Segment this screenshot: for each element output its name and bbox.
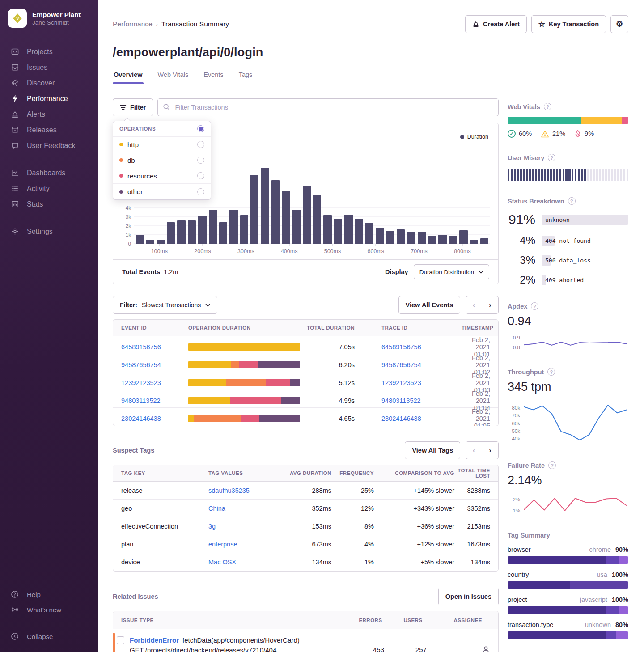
histogram-bar[interactable]	[459, 230, 467, 244]
histogram-bar[interactable]	[386, 231, 394, 244]
histogram-bar[interactable]	[240, 215, 248, 244]
tag-value-link[interactable]: enterprise	[208, 541, 237, 548]
display-select[interactable]: Duration Distribution	[414, 264, 489, 279]
tab-web-vitals[interactable]: Web Vitals	[157, 71, 190, 84]
open-in-issues-button[interactable]: Open in Issues	[438, 588, 499, 605]
tab-events[interactable]: Events	[203, 71, 224, 84]
sidebar-item-help[interactable]: Help	[0, 587, 98, 602]
radio-icon[interactable]	[197, 141, 204, 148]
sidebar-item-dashboards[interactable]: Dashboards	[0, 165, 98, 181]
tags-pager-next-button[interactable]: ›	[482, 441, 499, 459]
operations-dropdown-header[interactable]: OPERATIONS	[113, 121, 211, 137]
histogram-bar[interactable]	[271, 180, 280, 244]
histogram-bar[interactable]	[365, 223, 373, 244]
histogram-bar[interactable]	[303, 186, 311, 244]
help-circle-icon[interactable]: ?	[547, 368, 555, 376]
event-id-link[interactable]: 23024146438	[121, 415, 161, 422]
tags-pager-prev-button[interactable]: ‹	[466, 441, 482, 459]
operation-option-other[interactable]: other	[113, 184, 211, 199]
operation-option-resources[interactable]: resources	[113, 168, 211, 184]
view-all-tags-button[interactable]: View All Tags	[405, 441, 460, 459]
histogram-bar[interactable]	[376, 228, 384, 244]
assignee-user-icon[interactable]	[482, 645, 490, 652]
settings-gear-button[interactable]: ⚙	[610, 15, 628, 33]
help-circle-icon[interactable]: ?	[531, 302, 538, 310]
key-transaction-button[interactable]: ☆ Key Transaction	[531, 15, 606, 33]
create-alert-button[interactable]: Create Alert	[465, 15, 527, 33]
sidebar-item-issues[interactable]: Issues	[0, 59, 98, 75]
issue-checkbox[interactable]	[117, 636, 124, 644]
histogram-bar[interactable]	[136, 235, 144, 244]
issue-type-link[interactable]: ForbiddenError	[130, 636, 179, 644]
event-id-link[interactable]: 94587656754	[121, 361, 161, 368]
histogram-bar[interactable]	[292, 210, 300, 244]
trace-id-link[interactable]: 23024146438	[381, 415, 421, 422]
operation-option-http[interactable]: http	[113, 137, 211, 152]
sidebar-item-releases[interactable]: Releases	[0, 122, 98, 138]
issue-row[interactable]: ForbiddenErrorfetchData(app/components/H…	[113, 629, 498, 652]
radio-icon[interactable]	[197, 172, 204, 179]
sidebar-item-settings[interactable]: Settings	[0, 224, 98, 239]
event-id-link[interactable]: 64589156756	[121, 343, 161, 351]
tag-value-link[interactable]: China	[208, 505, 225, 512]
events-filter-select[interactable]: Filter: Slowest Transactions	[113, 296, 217, 314]
tab-tags[interactable]: Tags	[238, 71, 254, 84]
sidebar-item-what-s-new[interactable]: What's new	[0, 602, 98, 617]
event-id-link[interactable]: 12392123523	[121, 379, 161, 386]
histogram-bar[interactable]	[177, 220, 185, 244]
sidebar-item-projects[interactable]: Projects	[0, 44, 98, 59]
histogram-bar[interactable]	[282, 191, 290, 244]
histogram-bar[interactable]	[209, 210, 217, 244]
event-id-link[interactable]: 94803113522	[121, 397, 161, 404]
histogram-bar[interactable]	[157, 240, 165, 244]
histogram-bar[interactable]	[198, 216, 206, 244]
radio-icon[interactable]	[197, 188, 204, 195]
radio-selected-icon[interactable]	[197, 125, 204, 132]
view-all-events-button[interactable]: View All Events	[398, 296, 460, 314]
histogram-bar[interactable]	[397, 229, 405, 244]
events-pager-next-button[interactable]: ›	[482, 296, 499, 314]
histogram-bar[interactable]	[418, 232, 426, 244]
help-circle-icon[interactable]: ?	[568, 197, 576, 205]
radio-icon[interactable]	[197, 157, 204, 164]
histogram-bar[interactable]	[219, 222, 227, 244]
events-pager-prev-button[interactable]: ‹	[466, 296, 482, 314]
histogram-bar[interactable]	[334, 219, 342, 244]
breadcrumb-performance[interactable]: Performance	[113, 20, 153, 28]
histogram-bar[interactable]	[229, 210, 237, 244]
tab-overview[interactable]: Overview	[113, 71, 144, 84]
histogram-bar[interactable]	[428, 236, 436, 244]
histogram-bar[interactable]	[407, 232, 415, 244]
histogram-bar[interactable]	[480, 238, 488, 244]
sidebar-item-activity[interactable]: Activity	[0, 181, 98, 196]
histogram-bar[interactable]	[167, 222, 175, 244]
org-switcher[interactable]: Empower Plant Jane Schmidt	[0, 9, 98, 28]
histogram-bar[interactable]	[313, 195, 321, 244]
histogram-bar[interactable]	[470, 240, 478, 244]
histogram-bar[interactable]	[250, 175, 258, 244]
histogram-bar[interactable]	[344, 215, 352, 244]
trace-id-link[interactable]: 64589156756	[381, 343, 421, 351]
sidebar-item-performance[interactable]: Performance	[0, 91, 98, 106]
help-circle-icon[interactable]: ?	[548, 461, 556, 469]
sidebar-item-alerts[interactable]: Alerts	[0, 106, 98, 122]
histogram-bar[interactable]	[188, 220, 196, 244]
filter-button[interactable]: Filter	[113, 98, 153, 116]
help-circle-icon[interactable]: ?	[544, 103, 551, 110]
histogram-bar[interactable]	[146, 240, 154, 244]
sidebar-item-collapse[interactable]: Collapse	[0, 629, 98, 644]
tag-value-link[interactable]: 3g	[208, 523, 216, 530]
operation-option-db[interactable]: db	[113, 152, 211, 168]
sidebar-item-discover[interactable]: Discover	[0, 75, 98, 91]
trace-id-link[interactable]: 94587656754	[381, 361, 421, 368]
histogram-bar[interactable]	[438, 235, 446, 244]
histogram-bar[interactable]	[449, 236, 457, 244]
chart-legend[interactable]: Duration	[460, 134, 488, 140]
search-input[interactable]	[157, 98, 499, 116]
help-circle-icon[interactable]: ?	[548, 154, 555, 161]
sidebar-item-user-feedback[interactable]: User Feedback	[0, 138, 98, 153]
trace-id-link[interactable]: 12392123523	[381, 379, 421, 386]
histogram-bar[interactable]	[261, 168, 269, 244]
tag-value-link[interactable]: Mac OSX	[208, 559, 236, 566]
sidebar-item-stats[interactable]: Stats	[0, 196, 98, 212]
